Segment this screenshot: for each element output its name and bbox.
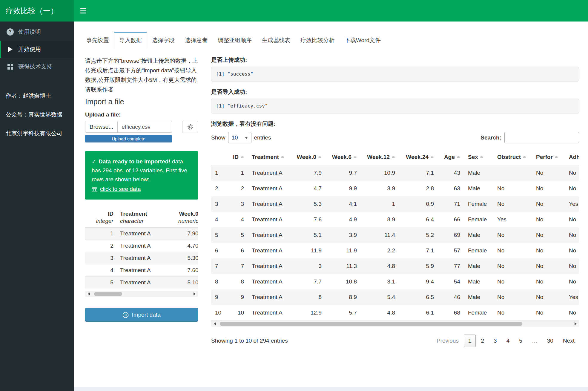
preview-table-row: 1Treatment A7.90: [85, 227, 198, 240]
column-header[interactable]: Week.24: [399, 149, 438, 165]
browse-data-label: 浏览数据，看有没有问题:: [211, 120, 579, 128]
tab[interactable]: 下载Word文件: [340, 32, 386, 48]
sidebar-item-help[interactable]: ?使用说明: [0, 23, 74, 41]
top-navbar: [74, 0, 588, 22]
table-row: 1010Treatment A12.95.74.86.168FemaleNoNo…: [211, 305, 579, 321]
entries-label: entries: [254, 134, 271, 141]
page-length-value: 10: [232, 134, 238, 141]
scroll-thumb[interactable]: [94, 292, 122, 296]
row-name: 8: [211, 274, 230, 289]
sidebar-info: 作者：赵洪鑫博士公众号：真实世界数据北京洪宇科技有限公司: [0, 92, 74, 137]
tab[interactable]: 调整亚组顺序: [213, 32, 257, 48]
row-name: 10: [211, 305, 230, 321]
upload-progress-bar: Upload complete: [85, 135, 172, 142]
column-header[interactable]: Obstruct: [493, 149, 532, 165]
column-header[interactable]: Perfor: [532, 149, 565, 165]
check-icon: ✓: [92, 158, 96, 165]
scroll-right-arrow[interactable]: [192, 291, 198, 297]
tab[interactable]: 疗效比较分析: [295, 32, 340, 48]
column-header-label: Week.0: [297, 154, 316, 160]
search-label: Search:: [480, 134, 501, 141]
row-name: 9: [211, 289, 230, 305]
table-row: 66Treatment A11.911.92.27.157FemaleNoNoN…: [211, 243, 579, 258]
sort-icon: [318, 154, 322, 160]
sidebar-item-label: 使用说明: [18, 28, 41, 36]
import-status-output: [1] "efficacy.csv": [211, 99, 579, 114]
column-header-label: ID: [233, 154, 239, 160]
chevron-down-icon: [245, 137, 248, 140]
column-header[interactable]: Adhere: [565, 149, 579, 165]
upload-status-label: 是否上传成功:: [211, 56, 579, 64]
column-header[interactable]: Age: [438, 149, 464, 165]
upload-status-output: [1] "success": [211, 67, 579, 82]
column-header[interactable]: Week.12: [361, 149, 399, 165]
column-header[interactable]: Treatment: [248, 149, 296, 165]
sidebar-info-line: 北京洪宇科技有限公司: [6, 130, 74, 137]
preview-table-scrollbar[interactable]: [85, 291, 198, 297]
sidebar-item-start[interactable]: 开始使用: [0, 41, 74, 58]
gear-icon: [187, 124, 194, 130]
column-header-label: Obstruct: [497, 154, 521, 160]
pagination-page[interactable]: 3: [489, 335, 501, 347]
preview-table-row: 3Treatment A5.30: [85, 252, 198, 264]
app-logo: 疗效比较（一）: [0, 0, 74, 22]
sidebar-item-support[interactable]: 获得技术支持: [0, 58, 74, 75]
tab[interactable]: 选择字段: [147, 32, 180, 48]
pagination-ellipsis: …: [527, 335, 542, 347]
data-table-scrollbar[interactable]: [211, 321, 579, 327]
pagination-page[interactable]: 2: [476, 335, 489, 347]
page-length-select[interactable]: 10: [228, 132, 251, 143]
table-controls: Show 10 entries Search:: [211, 132, 579, 143]
row-name: 3: [211, 196, 230, 212]
settings-button[interactable]: [182, 121, 198, 133]
table-row: 55Treatment A5.13.911.45.269MaleNoNoNo: [211, 227, 579, 243]
column-header[interactable]: Week.0: [296, 149, 326, 165]
play-icon: [6, 47, 14, 52]
import-data-button[interactable]: Import data: [85, 308, 198, 322]
qrcode-icon: [6, 65, 14, 68]
column-header[interactable]: Week.6: [326, 149, 361, 165]
scroll-left-arrow[interactable]: [211, 321, 217, 327]
data-ready-alert: ✓Data ready to be imported! data has 294…: [85, 151, 198, 200]
row-name: 6: [211, 243, 230, 258]
tab[interactable]: 生成基线表: [257, 32, 295, 48]
pagination-previous[interactable]: Previous: [432, 335, 463, 347]
scroll-right-arrow[interactable]: [573, 321, 579, 327]
tab[interactable]: 选择患者: [180, 32, 213, 48]
preview-column-type: integer: [85, 218, 117, 227]
show-label: Show: [211, 134, 225, 141]
scroll-left-arrow[interactable]: [85, 291, 91, 297]
search-input[interactable]: [504, 132, 579, 143]
column-header[interactable]: Sex: [464, 149, 493, 165]
pagination-next[interactable]: Next: [558, 335, 579, 347]
click-to-see-data-link[interactable]: click to see data: [100, 185, 141, 194]
column-header[interactable]: ID: [230, 149, 248, 165]
sidebar: ?使用说明开始使用获得技术支持 作者：赵洪鑫博士公众号：真实世界数据北京洪宇科技…: [0, 22, 74, 391]
sidebar-item-label: 获得技术支持: [18, 63, 52, 70]
question-circle-icon: ?: [6, 28, 14, 36]
import-icon: [122, 312, 129, 318]
table-row: 22Treatment A4.79.93.92.863MaleNoNoNo: [211, 181, 579, 196]
hamburger-icon: [80, 8, 86, 9]
table-icon: [92, 187, 97, 191]
import-status-label: 是否导入成功:: [211, 88, 579, 96]
sort-icon: [457, 154, 460, 160]
pagination-page[interactable]: 5: [515, 335, 527, 347]
tab[interactable]: 事先设置: [81, 32, 114, 48]
file-input-row: Browse... efficacy.csv: [85, 121, 198, 133]
sort-icon: [354, 154, 357, 160]
preview-column-header: Treatment: [117, 208, 167, 218]
scroll-thumb[interactable]: [220, 322, 522, 326]
row-name: 2: [211, 181, 230, 196]
pagination-page[interactable]: 4: [502, 335, 514, 347]
import-panel: 请点击下方的“browse”按钮上传您的数据，上传完成后点击最下方的“impor…: [85, 56, 198, 347]
preview-table: IDTreatmentWeek.0Week.6integercharactern…: [85, 208, 198, 289]
sidebar-toggle-button[interactable]: [74, 0, 92, 22]
tab[interactable]: 导入数据: [114, 32, 147, 48]
sort-icon: [555, 154, 558, 160]
browse-button[interactable]: Browse...: [85, 121, 118, 133]
pagination-page[interactable]: 30: [543, 335, 558, 347]
pagination: Previous12345…30Next: [432, 335, 579, 347]
pagination-page[interactable]: 1: [464, 335, 476, 347]
table-row: 77Treatment A311.34.85.977MaleNoNoNo: [211, 258, 579, 274]
